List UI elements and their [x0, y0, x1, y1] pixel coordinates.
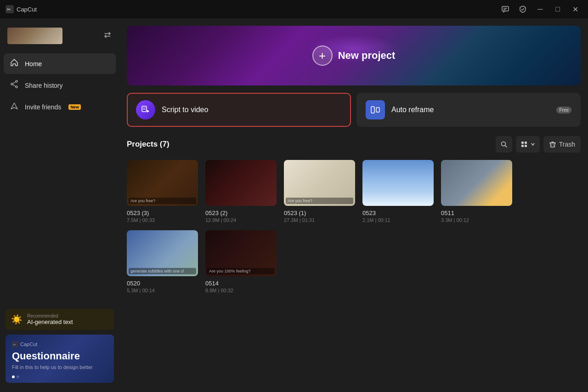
project-item-0523-1[interactable]: Are you free? 0523 (1) 27.3M | 01:31 [284, 160, 355, 223]
maximize-button[interactable]: □ [550, 2, 565, 17]
share-icon [9, 80, 19, 91]
questionnaire-title: Questionnaire [12, 350, 107, 362]
project-item-0523[interactable]: 0523 2.1M | 00:11 [362, 160, 434, 223]
svg-line-9 [13, 85, 16, 86]
projects-tools: Trash [496, 136, 581, 153]
projects-label: Projects [127, 140, 158, 148]
svg-rect-21 [521, 145, 524, 147]
sidebar: Home Share history [0, 18, 119, 392]
questionnaire-description: Fill in this to help us to design better [12, 364, 107, 371]
project-meta: 2.1M | 00:11 [362, 217, 434, 223]
new-project-label: New project [338, 50, 396, 62]
close-button[interactable]: ✕ [568, 2, 582, 17]
project-name: 0520 [127, 280, 198, 287]
questionnaire-logo: ✂ CapCut [12, 341, 107, 347]
script-to-video-label: Script to video [162, 106, 208, 114]
invite-svg-icon [10, 101, 19, 110]
questionnaire-card[interactable]: ✂ CapCut Questionnaire Fill in this to h… [6, 335, 114, 383]
app-logo: ✂ CapCut [6, 5, 37, 13]
sidebar-item-invite-friends[interactable]: Invite friends New [4, 97, 116, 117]
new-badge: New [68, 104, 81, 110]
view-toggle-button[interactable] [516, 136, 540, 153]
capcut-logo-icon: ✂ [6, 5, 14, 13]
new-project-banner[interactable]: + New project [127, 26, 581, 85]
sidebar-item-share-history[interactable]: Share history [4, 75, 116, 96]
trash-label: Trash [559, 141, 575, 148]
auto-reframe-icon [366, 100, 385, 119]
project-meta: 7.5M | 00:33 [127, 217, 198, 223]
questionnaire-logo-text: CapCut [20, 341, 37, 347]
chat-button[interactable] [498, 2, 513, 17]
home-svg-icon [10, 58, 19, 67]
project-name: 0523 (1) [284, 210, 355, 216]
titlebar-left: ✂ CapCut [6, 5, 37, 13]
auto-reframe-label: Auto reframe [391, 106, 434, 114]
sidebar-account [0, 24, 119, 51]
recommended-text: Recommended AI-generated text [27, 313, 73, 325]
project-item-0514[interactable]: Are you 100% feeling? 0514 8.8M | 00:32 [205, 230, 277, 293]
project-name: 0514 [205, 280, 277, 287]
svg-line-8 [13, 82, 16, 84]
project-item-0523-3[interactable]: Are you free? 0523 (3) 7.5M | 00:33 [127, 160, 198, 223]
search-button[interactable] [496, 136, 512, 153]
plus-icon: + [312, 45, 333, 66]
home-icon [9, 58, 19, 69]
project-thumb-0523-1: Are you free? [284, 160, 355, 206]
svg-rect-20 [525, 142, 527, 144]
minimize-icon: ─ [537, 5, 543, 13]
projects-count: (7) [160, 140, 170, 148]
feature-card-script-to-video[interactable]: Script to video [127, 93, 351, 127]
project-thumb-0511 [441, 160, 512, 206]
svg-rect-22 [525, 145, 527, 147]
content-area: + New project Script to video [119, 18, 588, 392]
account-switch-button[interactable] [103, 30, 112, 42]
recommended-icon: ☀️ [11, 314, 23, 325]
svg-rect-15 [371, 107, 374, 113]
svg-text:✂: ✂ [13, 343, 16, 347]
project-name: 0523 (2) [205, 210, 277, 216]
user-avatar[interactable] [7, 28, 62, 44]
trash-button[interactable]: Trash [543, 136, 581, 153]
project-item-0520[interactable]: generate subtitles with one cl 0520 5.3M… [127, 230, 198, 293]
svg-rect-19 [521, 142, 524, 144]
thumb-caption: Are you free? [129, 198, 196, 204]
svg-point-6 [16, 86, 17, 88]
reframe-icon [370, 104, 381, 115]
svg-line-18 [505, 146, 507, 148]
shield-button[interactable] [515, 2, 530, 17]
dot-2 [17, 375, 19, 378]
project-thumb-0523-3: Are you free? [127, 160, 198, 206]
new-project-button[interactable]: + New project [312, 45, 396, 66]
thumb-caption: generate subtitles with one cl [129, 268, 196, 274]
project-name: 0523 [362, 210, 434, 216]
trash-icon [549, 141, 556, 148]
svg-text:✂: ✂ [7, 7, 11, 12]
sidebar-bottom: ☀️ Recommended AI-generated text ✂ CapCu… [0, 305, 119, 386]
svg-rect-2 [502, 6, 509, 11]
minimize-button[interactable]: ─ [533, 2, 548, 17]
feature-card-auto-reframe[interactable]: Auto reframe Free [356, 93, 581, 127]
project-meta: 3.3M | 00:12 [441, 217, 512, 223]
project-item-0523-2[interactable]: 0523 (2) 12.9M | 00:24 [205, 160, 277, 223]
maximize-icon: □ [555, 5, 560, 13]
project-item-0511[interactable]: 0511 3.3M | 00:12 [441, 160, 512, 223]
svg-point-5 [16, 80, 17, 82]
sidebar-item-home[interactable]: Home [4, 53, 116, 74]
app-name: CapCut [17, 6, 37, 13]
share-history-label: Share history [25, 82, 62, 89]
grid-view-icon [520, 141, 528, 148]
recommended-card[interactable]: ☀️ Recommended AI-generated text [6, 309, 114, 330]
thumb-caption: Are you 100% feeling? [207, 268, 275, 274]
svg-point-7 [11, 83, 13, 85]
project-thumb-0523-2 [205, 160, 277, 206]
questionnaire-dots [12, 375, 107, 378]
chat-icon [501, 5, 509, 13]
thumb-caption: Are you free? [286, 198, 353, 204]
sidebar-nav: Home Share history [0, 53, 119, 305]
project-thumb-0514: Are you 100% feeling? [205, 230, 277, 276]
project-meta: 8.8M | 00:32 [205, 288, 277, 293]
switch-icon [103, 30, 112, 40]
search-icon [500, 141, 508, 148]
dot-1 [12, 375, 15, 378]
project-name: 0511 [441, 210, 512, 216]
